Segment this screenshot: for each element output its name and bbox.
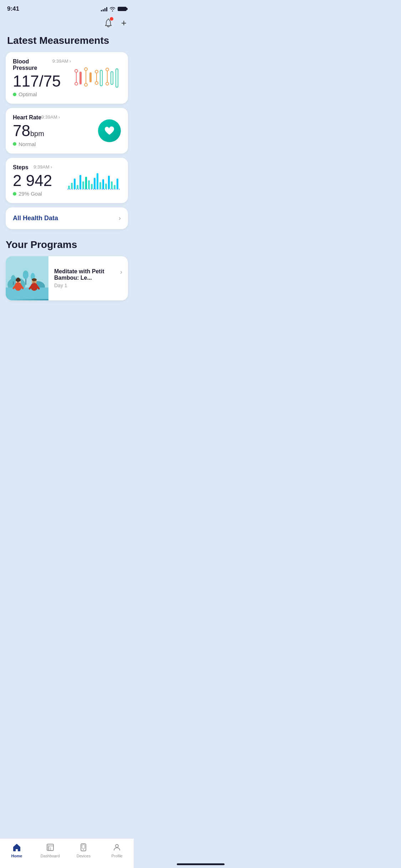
steps-status: 29% Goal (13, 191, 52, 197)
hr-value: 78bpm (13, 122, 60, 139)
svg-point-8 (95, 70, 98, 73)
svg-rect-25 (88, 180, 90, 189)
svg-rect-28 (97, 173, 98, 189)
svg-rect-11 (100, 70, 102, 86)
add-button[interactable]: + (121, 18, 127, 27)
svg-rect-7 (89, 72, 92, 82)
wifi-icon (109, 7, 115, 11)
svg-rect-35 (117, 179, 118, 189)
svg-rect-45 (6, 288, 48, 299)
bp-title: Blood Pressure (13, 58, 52, 71)
svg-rect-24 (85, 177, 87, 189)
svg-point-4 (84, 68, 87, 71)
svg-rect-21 (77, 185, 78, 189)
svg-rect-29 (99, 182, 101, 189)
hr-time: 9:39AM › (41, 114, 60, 120)
battery-icon (118, 7, 127, 11)
svg-point-12 (106, 68, 109, 71)
svg-point-0 (75, 69, 78, 72)
program-info: Meditate with Petit Bambou: Le... › Day … (48, 256, 128, 300)
status-time: 9:41 (7, 5, 19, 12)
svg-rect-18 (68, 186, 70, 189)
status-icons (101, 6, 127, 11)
svg-point-10 (95, 82, 98, 84)
svg-rect-15 (111, 72, 113, 84)
svg-point-2 (75, 82, 78, 85)
header-actions: + (0, 16, 134, 32)
steps-value: 2 942 (13, 172, 52, 189)
all-health-data-card[interactable]: All Health Data › (6, 207, 128, 229)
svg-rect-31 (105, 184, 107, 189)
program-image (6, 256, 48, 300)
svg-rect-22 (79, 175, 81, 189)
steps-chart-svg (67, 168, 121, 193)
heart-icon (104, 126, 115, 136)
bp-status-dot (13, 93, 16, 96)
steps-status-dot (13, 192, 16, 196)
svg-rect-27 (94, 178, 96, 189)
svg-rect-34 (114, 185, 115, 189)
notification-button[interactable] (103, 17, 114, 29)
blood-pressure-card[interactable]: Blood Pressure 9:39AM › 117/75 Optimal (6, 52, 128, 104)
program-card[interactable]: Meditate with Petit Bambou: Le... › Day … (6, 256, 128, 300)
svg-point-48 (16, 278, 21, 282)
all-health-label: All Health Data (13, 215, 58, 222)
hr-status-dot (13, 142, 16, 146)
svg-rect-23 (82, 181, 84, 189)
svg-rect-16 (116, 69, 118, 87)
bp-time: 9:39AM › (52, 58, 71, 64)
svg-rect-20 (74, 179, 76, 189)
hr-status: Normal (13, 141, 60, 147)
bp-chart-svg (71, 64, 121, 92)
steps-time: 9:39AM › (34, 164, 52, 170)
svg-rect-30 (102, 179, 104, 189)
bp-status: Optimal (13, 91, 71, 97)
bp-chart (71, 64, 121, 92)
svg-point-44 (11, 275, 15, 281)
page-title: Latest Measurements (0, 32, 134, 52)
program-day: Day 1 (54, 283, 122, 288)
svg-point-40 (23, 270, 29, 279)
svg-rect-26 (91, 184, 93, 189)
svg-point-6 (84, 83, 87, 86)
steps-chart (67, 168, 121, 193)
svg-rect-3 (79, 72, 82, 84)
signal-icon (101, 6, 107, 11)
svg-rect-19 (71, 183, 73, 189)
program-title: Meditate with Petit Bambou: Le... (54, 268, 117, 281)
heart-rate-card[interactable]: Heart Rate 9:39AM › 78bpm Normal (6, 108, 128, 153)
svg-point-53 (32, 278, 37, 281)
meditation-illustration (6, 256, 48, 299)
bp-value: 117/75 (13, 73, 71, 90)
notification-badge (110, 17, 113, 21)
heart-rate-circle (98, 119, 121, 142)
programs-section-title: Your Programs (6, 233, 128, 256)
hr-title: Heart Rate (13, 114, 41, 121)
content-area: Blood Pressure 9:39AM › 117/75 Optimal (0, 52, 134, 332)
svg-rect-32 (108, 176, 110, 189)
hr-icon (98, 119, 121, 142)
svg-point-14 (106, 82, 109, 85)
steps-card[interactable]: Steps 9:39AM › 2 942 29% Goal (6, 158, 128, 203)
svg-rect-33 (111, 181, 113, 189)
status-bar: 9:41 (0, 0, 134, 16)
all-health-chevron: › (119, 215, 121, 222)
steps-title: Steps (13, 164, 29, 171)
program-chevron: › (120, 268, 122, 276)
